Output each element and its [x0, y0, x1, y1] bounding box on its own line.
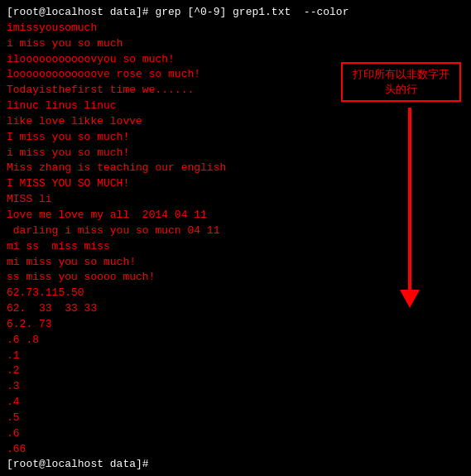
output-line-27: .66	[7, 442, 464, 458]
output-line-25: .5	[7, 411, 464, 426]
output-line-26: .6	[7, 426, 464, 442]
arrow-shaft	[408, 108, 411, 290]
output-line-7: I miss you so much!	[7, 130, 464, 146]
output-line-10: I MISS YOU SO MUCH!	[7, 176, 464, 192]
output-line-22: .2	[7, 363, 464, 379]
output-line-6: like love likke lovve	[7, 114, 464, 130]
output-line-14: mi ss miss miss	[7, 239, 464, 255]
output-line-12: love me love my all 2014 04 11	[7, 208, 464, 224]
prompt-top: [root@localhost data]# grep [^0-9] grep1…	[7, 5, 464, 21]
output-line-16: ss miss you soooo much!	[7, 270, 464, 286]
output-line-19: 6.2. 73	[7, 317, 464, 333]
prompt-bottom: [root@localhost data]#	[7, 457, 464, 473]
output-line-15: mi miss you so much!	[7, 255, 464, 271]
output-line-1: i miss you so much	[7, 36, 464, 52]
output-line-17: 62.73.115.50	[7, 286, 464, 301]
output-line-11: MISS li	[7, 192, 464, 208]
arrow-head	[400, 290, 420, 308]
output-line-0: imissyousomuch	[7, 21, 464, 36]
terminal-window: [root@localhost data]# grep [^0-9] grep1…	[0, 0, 471, 476]
output-line-23: .3	[7, 379, 464, 395]
output-line-13: darling i miss you so mucn 04 11	[7, 224, 464, 239]
output-line-8: i miss you so much!	[7, 146, 464, 161]
annotation-box: 打印所有以非数字开头的行	[341, 62, 461, 102]
output-line-20: .6 .8	[7, 333, 464, 349]
output-line-18: 62. 33 33 33	[7, 301, 464, 317]
output-line-24: .4	[7, 395, 464, 411]
output-line-9: Miss zhang is teaching our english	[7, 161, 464, 176]
output-line-21: .1	[7, 349, 464, 364]
arrow-indicator	[400, 108, 420, 308]
